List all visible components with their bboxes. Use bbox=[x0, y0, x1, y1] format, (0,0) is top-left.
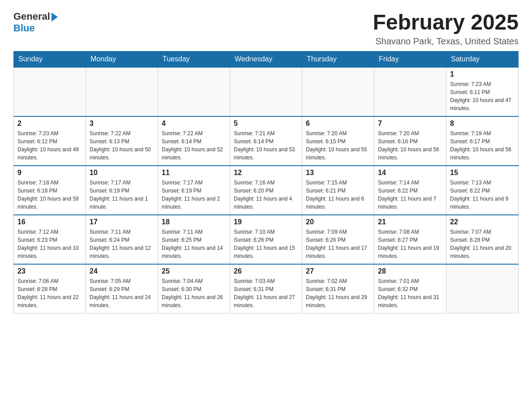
calendar-cell: 27Sunrise: 7:02 AM Sunset: 6:31 PM Dayli… bbox=[302, 264, 374, 313]
calendar-cell: 9Sunrise: 7:18 AM Sunset: 6:18 PM Daylig… bbox=[14, 166, 86, 215]
day-number: 15 bbox=[450, 169, 515, 177]
day-number: 17 bbox=[90, 218, 154, 226]
day-info: Sunrise: 7:09 AM Sunset: 6:26 PM Dayligh… bbox=[306, 228, 370, 260]
logo-arrow-icon bbox=[51, 13, 58, 21]
day-info: Sunrise: 7:16 AM Sunset: 6:20 PM Dayligh… bbox=[234, 179, 298, 211]
calendar-cell: 19Sunrise: 7:10 AM Sunset: 6:26 PM Dayli… bbox=[230, 215, 302, 264]
calendar-cell: 1Sunrise: 7:23 AM Sunset: 6:11 PM Daylig… bbox=[446, 67, 519, 116]
calendar-day-header: Tuesday bbox=[158, 51, 230, 67]
calendar-cell: 14Sunrise: 7:14 AM Sunset: 6:22 PM Dayli… bbox=[374, 166, 446, 215]
day-info: Sunrise: 7:10 AM Sunset: 6:26 PM Dayligh… bbox=[234, 228, 298, 260]
day-number: 23 bbox=[17, 267, 82, 275]
calendar-cell: 8Sunrise: 7:19 AM Sunset: 6:17 PM Daylig… bbox=[446, 116, 519, 166]
day-info: Sunrise: 7:12 AM Sunset: 6:23 PM Dayligh… bbox=[17, 228, 82, 260]
calendar-day-header: Monday bbox=[86, 51, 158, 67]
calendar-cell: 6Sunrise: 7:20 AM Sunset: 6:15 PM Daylig… bbox=[302, 116, 374, 166]
day-info: Sunrise: 7:18 AM Sunset: 6:18 PM Dayligh… bbox=[17, 179, 82, 211]
day-number: 2 bbox=[17, 120, 82, 128]
calendar-cell: 2Sunrise: 7:23 AM Sunset: 6:12 PM Daylig… bbox=[14, 116, 86, 166]
calendar-header-row: SundayMondayTuesdayWednesdayThursdayFrid… bbox=[14, 51, 519, 67]
day-number: 21 bbox=[378, 218, 442, 226]
logo-general-text: General bbox=[13, 11, 50, 22]
calendar-cell bbox=[14, 67, 86, 116]
calendar-cell: 22Sunrise: 7:07 AM Sunset: 6:28 PM Dayli… bbox=[446, 215, 519, 264]
calendar-cell: 13Sunrise: 7:15 AM Sunset: 6:21 PM Dayli… bbox=[302, 166, 374, 215]
calendar-cell bbox=[86, 67, 158, 116]
day-number: 16 bbox=[17, 218, 82, 226]
day-info: Sunrise: 7:22 AM Sunset: 6:14 PM Dayligh… bbox=[162, 129, 226, 162]
calendar-cell: 5Sunrise: 7:21 AM Sunset: 6:14 PM Daylig… bbox=[230, 116, 302, 166]
calendar-cell bbox=[446, 264, 519, 313]
day-info: Sunrise: 7:15 AM Sunset: 6:21 PM Dayligh… bbox=[306, 179, 370, 211]
day-info: Sunrise: 7:17 AM Sunset: 6:19 PM Dayligh… bbox=[162, 179, 226, 211]
day-info: Sunrise: 7:11 AM Sunset: 6:25 PM Dayligh… bbox=[162, 228, 226, 260]
location-title: Shavano Park, Texas, United States bbox=[373, 36, 519, 47]
calendar-day-header: Saturday bbox=[446, 51, 519, 67]
day-info: Sunrise: 7:23 AM Sunset: 6:11 PM Dayligh… bbox=[450, 80, 515, 112]
calendar-cell bbox=[374, 67, 446, 116]
day-info: Sunrise: 7:03 AM Sunset: 6:31 PM Dayligh… bbox=[234, 277, 298, 309]
calendar-cell: 11Sunrise: 7:17 AM Sunset: 6:19 PM Dayli… bbox=[158, 166, 230, 215]
day-info: Sunrise: 7:06 AM Sunset: 6:28 PM Dayligh… bbox=[17, 277, 82, 309]
day-info: Sunrise: 7:20 AM Sunset: 6:16 PM Dayligh… bbox=[378, 129, 442, 162]
day-info: Sunrise: 7:17 AM Sunset: 6:19 PM Dayligh… bbox=[90, 179, 154, 211]
calendar-cell: 28Sunrise: 7:01 AM Sunset: 6:32 PM Dayli… bbox=[374, 264, 446, 313]
logo-blue-text: Blue bbox=[13, 22, 35, 34]
day-number: 24 bbox=[90, 267, 154, 275]
day-info: Sunrise: 7:23 AM Sunset: 6:12 PM Dayligh… bbox=[17, 129, 82, 162]
calendar-cell: 25Sunrise: 7:04 AM Sunset: 6:30 PM Dayli… bbox=[158, 264, 230, 313]
title-section: February 2025 Shavano Park, Texas, Unite… bbox=[373, 11, 519, 47]
calendar-cell: 4Sunrise: 7:22 AM Sunset: 6:14 PM Daylig… bbox=[158, 116, 230, 166]
calendar-table: SundayMondayTuesdayWednesdayThursdayFrid… bbox=[13, 51, 519, 314]
calendar-week-row: 1Sunrise: 7:23 AM Sunset: 6:11 PM Daylig… bbox=[14, 67, 519, 116]
day-info: Sunrise: 7:01 AM Sunset: 6:32 PM Dayligh… bbox=[378, 277, 442, 309]
month-title: February 2025 bbox=[373, 11, 519, 34]
calendar-day-header: Wednesday bbox=[230, 51, 302, 67]
day-number: 3 bbox=[90, 120, 154, 128]
day-number: 1 bbox=[450, 70, 515, 78]
day-number: 22 bbox=[450, 218, 515, 226]
day-number: 20 bbox=[306, 218, 370, 226]
day-number: 12 bbox=[234, 169, 298, 177]
day-number: 18 bbox=[162, 218, 226, 226]
day-info: Sunrise: 7:04 AM Sunset: 6:30 PM Dayligh… bbox=[162, 277, 226, 309]
day-number: 25 bbox=[162, 267, 226, 275]
calendar-cell bbox=[302, 67, 374, 116]
day-info: Sunrise: 7:14 AM Sunset: 6:22 PM Dayligh… bbox=[378, 179, 442, 211]
day-number: 28 bbox=[378, 267, 442, 275]
day-number: 8 bbox=[450, 120, 515, 128]
day-info: Sunrise: 7:02 AM Sunset: 6:31 PM Dayligh… bbox=[306, 277, 370, 309]
calendar-cell bbox=[230, 67, 302, 116]
day-info: Sunrise: 7:19 AM Sunset: 6:17 PM Dayligh… bbox=[450, 129, 515, 162]
day-number: 7 bbox=[378, 120, 442, 128]
calendar-week-row: 2Sunrise: 7:23 AM Sunset: 6:12 PM Daylig… bbox=[14, 116, 519, 166]
calendar-cell: 15Sunrise: 7:13 AM Sunset: 6:22 PM Dayli… bbox=[446, 166, 519, 215]
day-number: 4 bbox=[162, 120, 226, 128]
day-number: 9 bbox=[17, 169, 82, 177]
calendar-week-row: 16Sunrise: 7:12 AM Sunset: 6:23 PM Dayli… bbox=[14, 215, 519, 264]
day-info: Sunrise: 7:07 AM Sunset: 6:28 PM Dayligh… bbox=[450, 228, 515, 260]
calendar-cell: 3Sunrise: 7:22 AM Sunset: 6:13 PM Daylig… bbox=[86, 116, 158, 166]
calendar-cell: 21Sunrise: 7:08 AM Sunset: 6:27 PM Dayli… bbox=[374, 215, 446, 264]
day-number: 14 bbox=[378, 169, 442, 177]
calendar-week-row: 9Sunrise: 7:18 AM Sunset: 6:18 PM Daylig… bbox=[14, 166, 519, 215]
day-number: 26 bbox=[234, 267, 298, 275]
day-number: 11 bbox=[162, 169, 226, 177]
day-number: 19 bbox=[234, 218, 298, 226]
calendar-cell: 24Sunrise: 7:05 AM Sunset: 6:29 PM Dayli… bbox=[86, 264, 158, 313]
calendar-cell: 18Sunrise: 7:11 AM Sunset: 6:25 PM Dayli… bbox=[158, 215, 230, 264]
day-info: Sunrise: 7:13 AM Sunset: 6:22 PM Dayligh… bbox=[450, 179, 515, 211]
day-number: 5 bbox=[234, 120, 298, 128]
day-number: 27 bbox=[306, 267, 370, 275]
day-info: Sunrise: 7:08 AM Sunset: 6:27 PM Dayligh… bbox=[378, 228, 442, 260]
calendar-week-row: 23Sunrise: 7:06 AM Sunset: 6:28 PM Dayli… bbox=[14, 264, 519, 313]
day-number: 6 bbox=[306, 120, 370, 128]
calendar-day-header: Sunday bbox=[14, 51, 86, 67]
calendar-cell: 23Sunrise: 7:06 AM Sunset: 6:28 PM Dayli… bbox=[14, 264, 86, 313]
calendar-day-header: Friday bbox=[374, 51, 446, 67]
calendar-cell: 26Sunrise: 7:03 AM Sunset: 6:31 PM Dayli… bbox=[230, 264, 302, 313]
calendar-day-header: Thursday bbox=[302, 51, 374, 67]
calendar-cell: 12Sunrise: 7:16 AM Sunset: 6:20 PM Dayli… bbox=[230, 166, 302, 215]
day-info: Sunrise: 7:20 AM Sunset: 6:15 PM Dayligh… bbox=[306, 129, 370, 162]
day-info: Sunrise: 7:05 AM Sunset: 6:29 PM Dayligh… bbox=[90, 277, 154, 309]
